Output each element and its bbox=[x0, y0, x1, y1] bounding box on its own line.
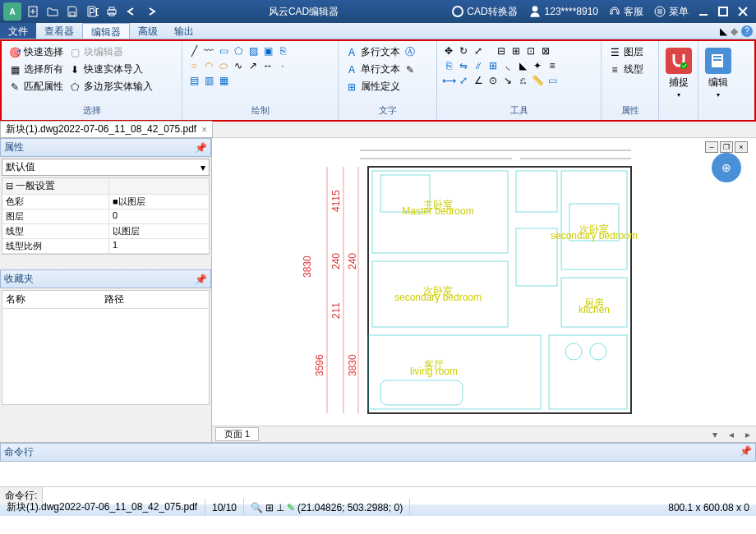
line-icon[interactable]: ╱ bbox=[187, 44, 201, 58]
ribbon-pin-icon[interactable]: ◆ bbox=[731, 25, 738, 37]
align-icon[interactable]: ≡ bbox=[546, 59, 559, 72]
undo-icon[interactable] bbox=[122, 2, 141, 21]
copy-icon[interactable]: ⎘ bbox=[442, 59, 455, 72]
circle-icon[interactable]: ○ bbox=[187, 59, 201, 72]
scale-icon[interactable]: ⤢ bbox=[472, 44, 485, 58]
dim-linear-icon[interactable]: ⟷ bbox=[442, 74, 455, 87]
tab-editor[interactable]: 编辑器 bbox=[82, 23, 130, 39]
page-prev-icon[interactable]: ◂ bbox=[726, 429, 736, 440]
region-icon[interactable]: ▨ bbox=[247, 44, 260, 58]
page-next-icon[interactable]: ▸ bbox=[743, 429, 753, 440]
dim-aligned-icon[interactable]: ⤢ bbox=[457, 74, 470, 87]
tab-viewer[interactable]: 查看器 bbox=[36, 23, 82, 39]
file-tab-active[interactable]: 新块(1).dwg2022-07-06_11_08_42_075.pdf × bbox=[0, 121, 213, 138]
dim-radius-icon[interactable]: ⊙ bbox=[486, 74, 500, 87]
polygon-icon[interactable]: ⬠ bbox=[232, 44, 245, 58]
text-style-icon[interactable]: Ⓐ bbox=[403, 46, 417, 59]
xline-icon[interactable]: ↔ bbox=[261, 59, 274, 72]
chamfer-icon[interactable]: ◣ bbox=[516, 59, 529, 72]
command-history[interactable] bbox=[0, 462, 756, 486]
linetype-button[interactable]: ≡线型 bbox=[606, 62, 645, 77]
extend-icon[interactable]: ⊞ bbox=[509, 44, 523, 58]
area-icon[interactable]: ▭ bbox=[546, 74, 559, 87]
canvas-close-icon[interactable]: × bbox=[735, 141, 748, 153]
array-icon[interactable]: ⊞ bbox=[486, 59, 500, 72]
ray-icon[interactable]: ↗ bbox=[247, 59, 260, 72]
drawing-canvas[interactable]: – ❐ × ⊕ bbox=[212, 138, 756, 426]
text-edit-icon[interactable]: ✎ bbox=[403, 63, 417, 76]
pin-icon[interactable]: 📌 bbox=[195, 274, 207, 285]
singleline-text-button[interactable]: A单行文本 bbox=[343, 62, 402, 77]
page-dropdown-icon[interactable]: ▾ bbox=[710, 429, 720, 440]
status-snap-icon[interactable]: ⊥ bbox=[276, 502, 284, 513]
mirror-icon[interactable]: ⇋ bbox=[457, 59, 470, 72]
open-icon[interactable] bbox=[44, 2, 62, 21]
gradient-icon[interactable]: ▥ bbox=[202, 74, 215, 87]
ellipse-icon[interactable]: ⬭ bbox=[217, 59, 230, 72]
tab-output[interactable]: 输出 bbox=[166, 23, 202, 39]
redo-icon[interactable] bbox=[142, 2, 160, 21]
page-tab-1[interactable]: 页面 1 bbox=[215, 427, 259, 441]
print-icon[interactable] bbox=[103, 2, 121, 21]
help-icon[interactable]: ? bbox=[741, 25, 753, 37]
cad-convert-button[interactable]: CAD转换器 bbox=[451, 5, 517, 19]
dim-style-icon[interactable]: ⎌ bbox=[516, 74, 529, 87]
layer-button[interactable]: ☰图层 bbox=[606, 44, 645, 60]
spline-icon[interactable]: ∿ bbox=[232, 59, 245, 72]
default-value-combo[interactable]: 默认值▾ bbox=[2, 159, 210, 176]
pin-icon[interactable]: 📌 bbox=[195, 142, 207, 154]
break-icon[interactable]: ⊡ bbox=[524, 44, 537, 58]
block-editor-button[interactable]: ▢块编辑器 bbox=[67, 44, 125, 60]
point-icon[interactable]: · bbox=[276, 59, 289, 72]
boundary-icon[interactable]: ▦ bbox=[217, 74, 230, 87]
menu-button[interactable]: 菜单 bbox=[653, 5, 689, 19]
minimize-icon[interactable] bbox=[694, 2, 712, 21]
edit-button[interactable]: 编辑 ▾ bbox=[702, 44, 735, 102]
compass-icon[interactable]: ⊕ bbox=[712, 153, 741, 182]
polygon-entity-input-button[interactable]: ⬠多边形实体输入 bbox=[67, 79, 154, 94]
explode-icon[interactable]: ✦ bbox=[531, 59, 544, 72]
arc-icon[interactable]: ◠ bbox=[202, 59, 215, 72]
group-label-select: 选择 bbox=[7, 103, 177, 117]
quick-select-button[interactable]: 🎯快速选择 bbox=[7, 44, 65, 60]
ribbon-expand-icon[interactable]: ◣ bbox=[720, 25, 727, 37]
status-ortho-icon[interactable]: 🔍 bbox=[251, 502, 263, 513]
new-icon[interactable] bbox=[24, 2, 42, 21]
fillet-icon[interactable]: ◟ bbox=[501, 59, 514, 72]
save-pdf-icon[interactable]: PDF bbox=[83, 2, 101, 21]
file-tab-close-icon[interactable]: × bbox=[201, 124, 207, 136]
hatch-icon[interactable]: ▤ bbox=[187, 74, 201, 87]
insert-icon[interactable]: ⎘ bbox=[276, 44, 289, 58]
close-icon[interactable] bbox=[734, 2, 752, 21]
maximize-icon[interactable] bbox=[714, 2, 732, 21]
dim-angular-icon[interactable]: ∠ bbox=[472, 74, 485, 87]
support-button[interactable]: 客服 bbox=[608, 5, 643, 19]
rotate-icon[interactable]: ↻ bbox=[457, 44, 470, 58]
status-grid-icon[interactable]: ⊞ bbox=[265, 502, 274, 513]
move-icon[interactable]: ✥ bbox=[442, 44, 455, 58]
attr-def-button[interactable]: ⊞属性定义 bbox=[343, 79, 402, 94]
select-all-button[interactable]: ▦选择所有 bbox=[7, 62, 65, 77]
canvas-min-icon[interactable]: – bbox=[705, 141, 718, 153]
multiline-text-button[interactable]: A多行文本 bbox=[343, 44, 402, 60]
measure-icon[interactable]: 📏 bbox=[531, 74, 544, 87]
quick-entity-import-button[interactable]: ⬇快速实体导入 bbox=[67, 62, 145, 77]
pin-icon[interactable]: 📌 bbox=[740, 445, 752, 459]
polyline-icon[interactable]: 〰 bbox=[202, 44, 215, 58]
snap-button[interactable]: 捕捉 ▾ bbox=[662, 44, 695, 102]
block-icon[interactable]: ▣ bbox=[261, 44, 274, 58]
save-icon[interactable] bbox=[63, 2, 81, 21]
status-osnap-icon[interactable]: ✎ bbox=[287, 502, 295, 513]
rect-icon[interactable]: ▭ bbox=[217, 44, 230, 58]
favorites-list[interactable]: 名称路径 bbox=[2, 290, 210, 405]
join-icon[interactable]: ⊠ bbox=[539, 44, 552, 58]
general-settings-header[interactable]: ⊟ 一般设置 bbox=[2, 178, 109, 194]
user-account[interactable]: 123****8910 bbox=[528, 4, 598, 19]
tab-advanced[interactable]: 高级 bbox=[130, 23, 166, 39]
tab-file[interactable]: 文件 bbox=[0, 23, 36, 39]
trim-icon[interactable]: ⊟ bbox=[495, 44, 508, 58]
canvas-restore-icon[interactable]: ❐ bbox=[720, 141, 733, 153]
offset-icon[interactable]: ⫽ bbox=[472, 59, 485, 72]
leader-icon[interactable]: ↘ bbox=[501, 74, 514, 87]
match-attr-button[interactable]: ✎匹配属性 bbox=[7, 79, 65, 94]
